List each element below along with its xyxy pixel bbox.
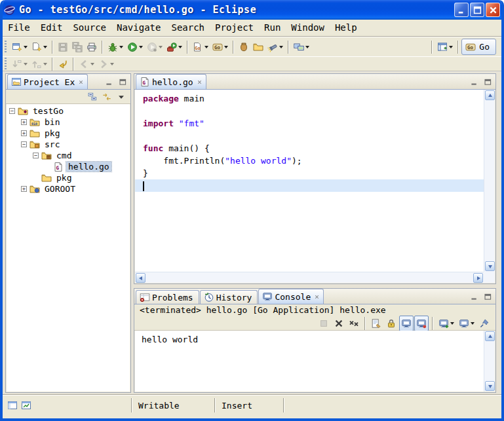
tree-item-pkg[interactable]: +pkg [7, 128, 130, 139]
dropdown-arrow-icon[interactable] [43, 63, 47, 65]
new-go-element-button[interactable]: Go [191, 39, 210, 55]
tree-item-bin[interactable]: +010bin [7, 117, 130, 128]
code-line[interactable] [135, 130, 484, 142]
show-stderr-button[interactable] [414, 316, 429, 331]
code-line[interactable] [135, 179, 484, 192]
maximize-button[interactable] [470, 3, 484, 17]
plus-expander-icon[interactable]: + [21, 130, 27, 136]
team-button[interactable] [292, 39, 311, 55]
pin-console-button[interactable] [477, 316, 492, 331]
plus-expander-icon[interactable]: + [21, 119, 27, 125]
open-perspective-button[interactable] [435, 39, 455, 55]
console-vertical-scrollbar[interactable] [484, 331, 495, 392]
toolbar-grip[interactable] [5, 58, 7, 71]
dropdown-arrow-icon[interactable] [178, 46, 182, 48]
minimize-view-button[interactable] [468, 291, 480, 302]
scroll-right-icon[interactable] [473, 273, 483, 283]
minimize-button[interactable] [454, 3, 469, 17]
new-wizard-button[interactable] [10, 39, 29, 55]
titlebar[interactable]: Go - testGo/src/cmd/hello.go - Eclipse [0, 0, 504, 20]
dropdown-arrow-icon[interactable] [450, 322, 454, 325]
code-line[interactable]: fmt.Println("hello world"); [135, 155, 484, 167]
toolbar-grip[interactable] [5, 41, 7, 54]
dropdown-arrow-icon[interactable] [471, 322, 475, 325]
code-line[interactable]: package main [135, 92, 484, 105]
scroll-left-icon[interactable] [136, 273, 145, 283]
tab-hello-go[interactable]: G hello.go [136, 74, 206, 89]
remove-all-launches-button[interactable] [347, 316, 361, 331]
dropdown-arrow-icon[interactable] [305, 46, 309, 48]
dropdown-arrow-icon[interactable] [24, 63, 28, 65]
close-tab-icon[interactable] [314, 294, 320, 300]
scroll-up-icon[interactable] [485, 331, 495, 341]
editor-horizontal-scrollbar[interactable] [135, 272, 484, 283]
plus-expander-icon[interactable]: + [21, 186, 27, 192]
dropdown-arrow-icon[interactable] [224, 46, 228, 48]
view-menu-button[interactable] [115, 91, 128, 103]
remove-launch-button[interactable] [332, 316, 346, 331]
tree-item-testgo[interactable]: −testGo [7, 105, 130, 117]
dropdown-arrow-icon[interactable] [449, 46, 453, 48]
code-line[interactable]: import "fmt" [135, 117, 484, 130]
scroll-down-icon[interactable] [485, 261, 495, 271]
tree-item-cmd[interactable]: −cmd [7, 150, 130, 161]
tree-item-goroot[interactable]: +GOROOT [7, 183, 130, 194]
dropdown-arrow-icon[interactable] [279, 46, 283, 48]
open-type-button[interactable] [237, 39, 251, 55]
code-line[interactable]: } [135, 167, 484, 179]
tab-project-explorer[interactable]: Project Ex [7, 74, 88, 89]
maximize-view-button[interactable] [117, 77, 128, 87]
close-tab-icon[interactable] [78, 79, 84, 85]
minimize-view-button[interactable] [103, 77, 115, 87]
tab-console[interactable]: Console [258, 289, 324, 304]
menu-window[interactable]: Window [286, 20, 330, 36]
scroll-down-icon[interactable] [485, 381, 495, 391]
dropdown-arrow-icon[interactable] [159, 46, 163, 48]
minus-expander-icon[interactable]: − [21, 141, 27, 147]
code-area[interactable]: package main import "fmt" func main() { … [135, 90, 484, 272]
tab-history[interactable]: History [200, 290, 258, 304]
external-tools-button[interactable] [165, 39, 184, 55]
go-wizard-button[interactable]: Go [210, 39, 230, 55]
dropdown-arrow-icon[interactable] [24, 46, 28, 48]
menu-search[interactable]: Search [166, 20, 210, 36]
menu-help[interactable]: Help [330, 20, 362, 36]
tree-item-hello-go[interactable]: Ghello.go [7, 161, 130, 172]
open-console-button[interactable] [436, 316, 456, 331]
run-button[interactable] [125, 39, 145, 55]
search-button[interactable] [265, 39, 285, 55]
minus-expander-icon[interactable]: − [9, 108, 15, 114]
link-editor-button[interactable] [100, 91, 113, 103]
menu-edit[interactable]: Edit [35, 20, 68, 36]
code-line[interactable]: func main() { [135, 142, 484, 155]
workspace-icon[interactable] [21, 400, 31, 411]
tree-item-src[interactable]: −src [7, 139, 130, 150]
maximize-view-button[interactable] [482, 291, 494, 302]
menu-navigate[interactable]: Navigate [111, 20, 166, 36]
dropdown-arrow-icon[interactable] [139, 46, 143, 48]
menu-run[interactable]: Run [259, 20, 286, 36]
last-edit-button[interactable] [56, 56, 70, 72]
show-stdout-button[interactable] [399, 316, 414, 331]
tree-item-pkg[interactable]: pkg [7, 172, 130, 183]
dropdown-arrow-icon[interactable] [119, 46, 123, 48]
go-perspective-button[interactable]: Go Go [461, 39, 496, 55]
scroll-lock-button[interactable] [384, 316, 398, 331]
console-output[interactable]: hello world [135, 331, 484, 392]
maximize-view-button[interactable] [482, 77, 494, 87]
debug-button[interactable] [106, 39, 125, 55]
editor-vertical-scrollbar[interactable] [484, 90, 495, 272]
close-tab-icon[interactable] [197, 79, 203, 85]
display-console-button[interactable] [457, 316, 476, 331]
open-resource-button[interactable] [251, 39, 265, 55]
menu-source[interactable]: Source [68, 20, 111, 36]
fast-view-icon[interactable] [7, 400, 18, 411]
clear-console-button[interactable] [369, 316, 383, 331]
scroll-up-icon[interactable] [485, 90, 495, 100]
dropdown-arrow-icon[interactable] [110, 63, 114, 65]
collapse-all-button[interactable] [86, 91, 99, 103]
code-line[interactable] [135, 105, 484, 117]
menu-file[interactable]: File [3, 20, 35, 36]
menu-project[interactable]: Project [210, 20, 259, 36]
new-file-wizard-button[interactable] [29, 39, 49, 55]
